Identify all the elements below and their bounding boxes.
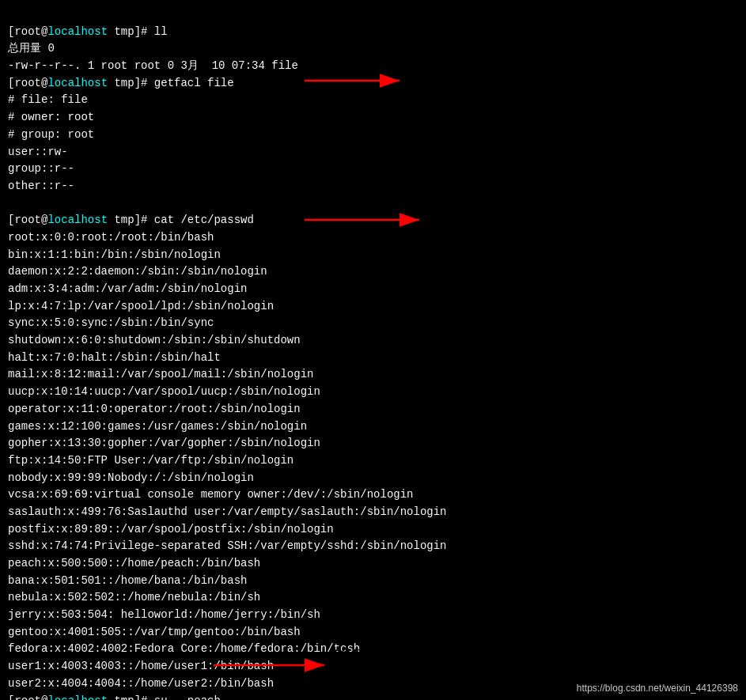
terminal-line: sync:x:5:0:sync:/sbin:/bin/sync xyxy=(8,315,738,332)
terminal-line: bin:x:1:1:bin:/bin:/sbin/nologin xyxy=(8,247,738,264)
annotation-switch-user: 切换到peach用户 xyxy=(328,646,487,663)
terminal-line: lp:x:4:7:lp:/var/spool/lpd:/sbin/nologin xyxy=(8,298,738,316)
terminal-line: gentoo:x:4001:505::/var/tmp/gentoo:/bin/… xyxy=(8,624,738,641)
arrow-passwd xyxy=(301,204,431,236)
terminal-output: [root@localhost tmp]# ll总用量 0-rw-r--r--.… xyxy=(0,0,746,700)
annotation-passwd: 查看所有用户 xyxy=(423,212,566,229)
terminal-line: games:x:12:100:games:/usr/games:/sbin/no… xyxy=(8,418,738,436)
terminal-line: uucp:x:10:14:uucp:/var/spool/uucp:/sbin/… xyxy=(8,384,738,401)
terminal-line: gopher:x:13:30:gopher:/var/gopher:/sbin/… xyxy=(8,435,738,452)
arrow-switch xyxy=(210,653,336,677)
terminal-line: daemon:x:2:2:daemon:/sbin:/sbin/nologin xyxy=(8,263,738,281)
terminal-line: shutdown:x:6:0:shutdown:/sbin:/sbin/shut… xyxy=(8,332,738,350)
terminal-line: nobody:x:99:99:Nobody:/:/sbin/nologin xyxy=(8,470,738,487)
terminal-line: jerry:x:503:504: helloworld:/home/jerry:… xyxy=(8,607,738,624)
terminal-line: operator:x:11:0:operator:/root:/sbin/nol… xyxy=(8,401,738,418)
terminal-line: adm:x:3:4:adm:/var/adm:/sbin/nologin xyxy=(8,281,738,298)
terminal-line: saslauth:x:499:76:Saslauthd user:/var/em… xyxy=(8,504,738,521)
terminal-line: halt:x:7:0:halt:/sbin:/sbin/halt xyxy=(8,350,738,367)
annotation-acl: 获取file的acl权限可以看到其他用户只有r（读）权限 xyxy=(403,71,577,104)
terminal-line: group::r-- xyxy=(8,161,738,178)
terminal-line: peach:x:500:500::/home/peach:/bin/bash xyxy=(8,555,738,573)
watermark: https://blog.csdn.net/weixin_44126398 xyxy=(577,683,738,694)
terminal-line: nebula:x:502:502::/home/nebula:/bin/sh xyxy=(8,589,738,607)
terminal-line: sshd:x:74:74:Privilege-separated SSH:/va… xyxy=(8,538,738,555)
terminal-line: mail:x:8:12:mail:/var/spool/mail:/sbin/n… xyxy=(8,366,738,384)
terminal-line: 总用量 0 xyxy=(8,40,738,58)
terminal-line: vcsa:x:69:69:virtual console memory owne… xyxy=(8,486,738,504)
terminal-line: user::rw- xyxy=(8,144,738,161)
terminal-line: bana:x:501:501::/home/bana:/bin/bash xyxy=(8,573,738,590)
terminal-line: # owner: root xyxy=(8,109,738,127)
arrow-acl xyxy=(301,65,411,96)
terminal-line: ftp:x:14:50:FTP User:/var/ftp:/sbin/nolo… xyxy=(8,452,738,470)
terminal-line: postfix:x:89:89::/var/spool/postfix:/sbi… xyxy=(8,521,738,539)
terminal-line: [root@localhost tmp]# ll xyxy=(8,24,738,41)
terminal-line: other::r-- xyxy=(8,178,738,195)
terminal-line: # group: root xyxy=(8,127,738,144)
